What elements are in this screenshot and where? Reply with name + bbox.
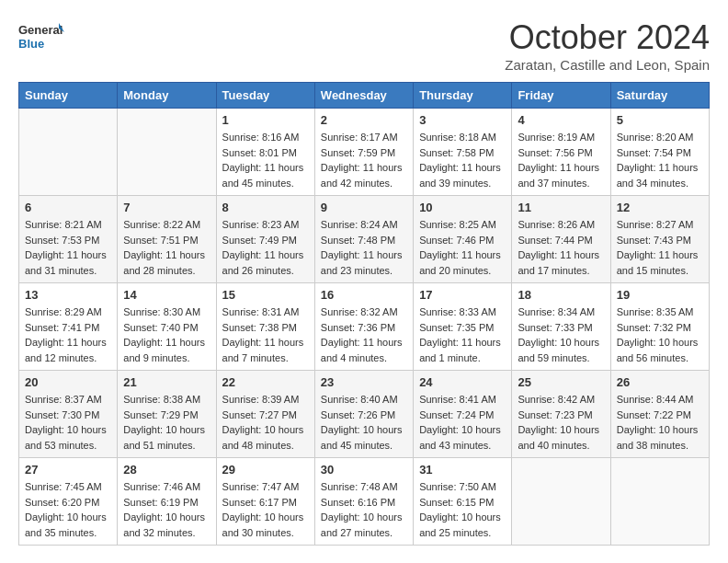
- day-number: 5: [617, 113, 703, 127]
- calendar-week-row: 6Sunrise: 8:21 AMSunset: 7:53 PMDaylight…: [19, 196, 710, 283]
- day-detail: Sunrise: 8:19 AMSunset: 7:56 PMDaylight:…: [518, 130, 604, 190]
- day-detail: Sunrise: 8:31 AMSunset: 7:38 PMDaylight:…: [222, 304, 309, 365]
- logo-svg: General Blue: [18, 18, 64, 55]
- calendar-cell: 13Sunrise: 8:29 AMSunset: 7:41 PMDayligh…: [19, 283, 118, 371]
- svg-text:Blue: Blue: [18, 37, 44, 51]
- day-detail: Sunrise: 8:22 AMSunset: 7:51 PMDaylight:…: [123, 217, 210, 278]
- day-detail: Sunrise: 8:26 AMSunset: 7:44 PMDaylight:…: [518, 217, 604, 278]
- calendar-cell: 7Sunrise: 8:22 AMSunset: 7:51 PMDaylight…: [118, 196, 216, 283]
- day-number: 1: [222, 113, 309, 127]
- calendar-cell: [610, 458, 709, 546]
- day-detail: Sunrise: 8:38 AMSunset: 7:29 PMDaylight:…: [123, 392, 210, 453]
- day-detail: Sunrise: 8:27 AMSunset: 7:43 PMDaylight:…: [617, 217, 703, 278]
- calendar-cell: 12Sunrise: 8:27 AMSunset: 7:43 PMDayligh…: [610, 196, 709, 283]
- day-detail: Sunrise: 7:45 AMSunset: 6:20 PMDaylight:…: [25, 479, 111, 540]
- day-number: 24: [419, 375, 506, 389]
- calendar-cell: 9Sunrise: 8:24 AMSunset: 7:48 PMDaylight…: [314, 196, 413, 283]
- calendar-cell: 14Sunrise: 8:30 AMSunset: 7:40 PMDayligh…: [118, 283, 216, 371]
- calendar-cell: 8Sunrise: 8:23 AMSunset: 7:49 PMDaylight…: [216, 196, 314, 283]
- calendar-table: SundayMondayTuesdayWednesdayThursdayFrid…: [18, 82, 710, 546]
- day-detail: Sunrise: 8:40 AMSunset: 7:26 PMDaylight:…: [321, 392, 407, 453]
- day-number: 15: [222, 288, 309, 302]
- calendar-cell: 3Sunrise: 8:18 AMSunset: 7:58 PMDaylight…: [414, 109, 512, 196]
- calendar-cell: 15Sunrise: 8:31 AMSunset: 7:38 PMDayligh…: [216, 283, 314, 371]
- calendar-cell: 30Sunrise: 7:48 AMSunset: 6:16 PMDayligh…: [314, 458, 413, 546]
- day-detail: Sunrise: 8:34 AMSunset: 7:33 PMDaylight:…: [518, 304, 604, 365]
- day-detail: Sunrise: 8:42 AMSunset: 7:23 PMDaylight:…: [518, 392, 604, 453]
- day-detail: Sunrise: 8:41 AMSunset: 7:24 PMDaylight:…: [419, 392, 506, 453]
- day-number: 17: [419, 288, 506, 302]
- calendar-cell: [118, 109, 216, 196]
- day-detail: Sunrise: 7:50 AMSunset: 6:15 PMDaylight:…: [419, 479, 506, 540]
- day-number: 29: [222, 463, 309, 477]
- day-number: 26: [617, 375, 703, 389]
- weekday-header-wednesday: Wednesday: [314, 83, 413, 109]
- weekday-header-sunday: Sunday: [19, 83, 118, 109]
- calendar-cell: 28Sunrise: 7:46 AMSunset: 6:19 PMDayligh…: [118, 458, 216, 546]
- day-number: 9: [321, 201, 407, 214]
- day-detail: Sunrise: 8:25 AMSunset: 7:46 PMDaylight:…: [419, 217, 506, 278]
- calendar-cell: 18Sunrise: 8:34 AMSunset: 7:33 PMDayligh…: [512, 283, 610, 371]
- calendar-cell: 27Sunrise: 7:45 AMSunset: 6:20 PMDayligh…: [19, 458, 118, 546]
- day-detail: Sunrise: 8:44 AMSunset: 7:22 PMDaylight:…: [617, 392, 703, 453]
- day-detail: Sunrise: 7:48 AMSunset: 6:16 PMDaylight:…: [321, 479, 407, 540]
- weekday-header-thursday: Thursday: [414, 83, 512, 109]
- calendar-cell: 10Sunrise: 8:25 AMSunset: 7:46 PMDayligh…: [414, 196, 512, 283]
- day-number: 12: [617, 201, 703, 214]
- day-detail: Sunrise: 8:35 AMSunset: 7:32 PMDaylight:…: [617, 304, 703, 365]
- calendar-cell: 24Sunrise: 8:41 AMSunset: 7:24 PMDayligh…: [414, 371, 512, 458]
- day-detail: Sunrise: 8:29 AMSunset: 7:41 PMDaylight:…: [25, 304, 111, 365]
- calendar-cell: 4Sunrise: 8:19 AMSunset: 7:56 PMDaylight…: [512, 109, 610, 196]
- day-number: 31: [419, 463, 506, 477]
- day-detail: Sunrise: 8:18 AMSunset: 7:58 PMDaylight:…: [419, 130, 506, 190]
- weekday-header-tuesday: Tuesday: [216, 83, 314, 109]
- svg-text:General: General: [18, 23, 63, 37]
- month-title: October 2024: [505, 18, 710, 57]
- calendar-cell: [19, 109, 118, 196]
- calendar-cell: 20Sunrise: 8:37 AMSunset: 7:30 PMDayligh…: [19, 371, 118, 458]
- day-detail: Sunrise: 8:17 AMSunset: 7:59 PMDaylight:…: [321, 130, 407, 190]
- calendar-cell: 19Sunrise: 8:35 AMSunset: 7:32 PMDayligh…: [610, 283, 709, 371]
- day-number: 11: [518, 201, 604, 214]
- calendar-cell: 5Sunrise: 8:20 AMSunset: 7:54 PMDaylight…: [610, 109, 709, 196]
- day-number: 3: [419, 113, 506, 127]
- calendar-cell: 11Sunrise: 8:26 AMSunset: 7:44 PMDayligh…: [512, 196, 610, 283]
- weekday-header-friday: Friday: [512, 83, 610, 109]
- calendar-week-row: 13Sunrise: 8:29 AMSunset: 7:41 PMDayligh…: [19, 283, 710, 371]
- day-detail: Sunrise: 8:23 AMSunset: 7:49 PMDaylight:…: [222, 217, 309, 278]
- page-header: General Blue October 2024 Zaratan, Casti…: [18, 18, 710, 73]
- day-detail: Sunrise: 8:33 AMSunset: 7:35 PMDaylight:…: [419, 304, 506, 365]
- calendar-cell: [512, 458, 610, 546]
- day-detail: Sunrise: 7:47 AMSunset: 6:17 PMDaylight:…: [222, 479, 309, 540]
- day-number: 21: [123, 375, 210, 389]
- day-number: 22: [222, 375, 309, 389]
- calendar-cell: 6Sunrise: 8:21 AMSunset: 7:53 PMDaylight…: [19, 196, 118, 283]
- calendar-cell: 25Sunrise: 8:42 AMSunset: 7:23 PMDayligh…: [512, 371, 610, 458]
- day-detail: Sunrise: 8:16 AMSunset: 8:01 PMDaylight:…: [222, 130, 309, 190]
- day-number: 30: [321, 463, 407, 477]
- day-number: 19: [617, 288, 703, 302]
- calendar-cell: 16Sunrise: 8:32 AMSunset: 7:36 PMDayligh…: [314, 283, 413, 371]
- calendar-cell: 31Sunrise: 7:50 AMSunset: 6:15 PMDayligh…: [414, 458, 512, 546]
- calendar-cell: 2Sunrise: 8:17 AMSunset: 7:59 PMDaylight…: [314, 109, 413, 196]
- day-number: 16: [321, 288, 407, 302]
- calendar-cell: 23Sunrise: 8:40 AMSunset: 7:26 PMDayligh…: [314, 371, 413, 458]
- day-detail: Sunrise: 8:39 AMSunset: 7:27 PMDaylight:…: [222, 392, 309, 453]
- day-detail: Sunrise: 8:32 AMSunset: 7:36 PMDaylight:…: [321, 304, 407, 365]
- day-number: 2: [321, 113, 407, 127]
- day-number: 4: [518, 113, 604, 127]
- day-detail: Sunrise: 8:21 AMSunset: 7:53 PMDaylight:…: [25, 217, 111, 278]
- calendar-cell: 17Sunrise: 8:33 AMSunset: 7:35 PMDayligh…: [414, 283, 512, 371]
- day-number: 10: [419, 201, 506, 214]
- day-number: 18: [518, 288, 604, 302]
- day-number: 25: [518, 375, 604, 389]
- calendar-cell: 21Sunrise: 8:38 AMSunset: 7:29 PMDayligh…: [118, 371, 216, 458]
- day-number: 8: [222, 201, 309, 214]
- day-number: 20: [25, 375, 111, 389]
- title-block: October 2024 Zaratan, Castille and Leon,…: [505, 18, 710, 73]
- calendar-cell: 29Sunrise: 7:47 AMSunset: 6:17 PMDayligh…: [216, 458, 314, 546]
- weekday-header-monday: Monday: [118, 83, 216, 109]
- day-number: 23: [321, 375, 407, 389]
- calendar-cell: 26Sunrise: 8:44 AMSunset: 7:22 PMDayligh…: [610, 371, 709, 458]
- location-title: Zaratan, Castille and Leon, Spain: [505, 57, 710, 73]
